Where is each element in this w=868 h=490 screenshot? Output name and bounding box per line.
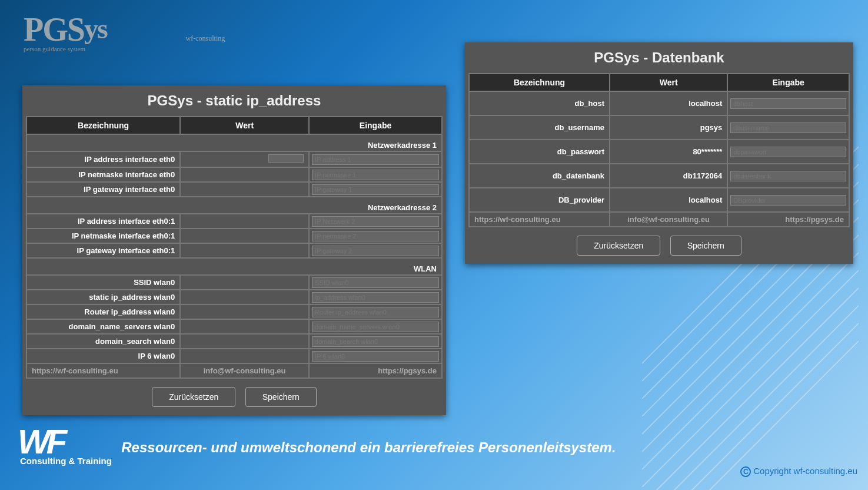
config-label: IP address interface eth0: [26, 151, 180, 167]
footer-link[interactable]: info@wf-consulting.eu: [610, 212, 727, 227]
config-value: localhost: [610, 188, 727, 212]
col-header: Bezeichnung: [26, 117, 180, 134]
config-input[interactable]: [730, 147, 846, 157]
config-label: IP gateway interface eth0: [26, 182, 180, 197]
config-value: localhost: [610, 91, 727, 115]
footer-link[interactable]: https://wf-consulting.eu: [469, 212, 610, 227]
config-input[interactable]: [730, 122, 846, 133]
reset-button[interactable]: Zurücksetzen: [152, 387, 235, 407]
config-value: pgsys: [610, 115, 727, 140]
config-input[interactable]: [312, 307, 439, 317]
config-input[interactable]: [730, 195, 846, 206]
config-input[interactable]: [312, 170, 439, 180]
col-header: Wert: [610, 74, 727, 91]
config-value: [180, 214, 309, 229]
config-label: db_datenbank: [469, 164, 610, 188]
save-button[interactable]: Speichern: [245, 387, 317, 407]
ip-config-table: Bezeichnung Wert Eingabe Netzwerkadresse…: [26, 116, 443, 379]
config-value: [180, 275, 309, 290]
config-value: [180, 243, 309, 258]
config-input[interactable]: [312, 184, 439, 195]
pgsys-logo: PGSys wf-consulting person guidance syst…: [24, 15, 225, 52]
footer-link[interactable]: https://wf-consulting.eu: [26, 363, 180, 378]
config-input[interactable]: [730, 98, 846, 109]
config-value: 80*******: [610, 140, 727, 164]
config-label: DB_provider: [469, 188, 610, 212]
config-label: IP 6 wlan0: [26, 349, 180, 363]
config-label: IP netmaske interface eth0: [26, 167, 180, 182]
reset-button[interactable]: Zurücksetzen: [577, 236, 660, 256]
config-input[interactable]: [312, 336, 439, 347]
config-label: db_passwort: [469, 140, 610, 164]
col-header: Eingabe: [309, 117, 442, 134]
config-value: [180, 151, 309, 167]
config-value: [180, 182, 309, 197]
tagline: Ressourcen- und umweltschonend ein barri…: [121, 439, 616, 456]
config-label: IP netmaske interface eth0:1: [26, 229, 180, 243]
col-header: Eingabe: [727, 74, 849, 91]
config-value: [180, 319, 309, 334]
config-label: db_host: [469, 91, 610, 115]
config-label: domain_search wlan0: [26, 334, 180, 349]
config-label: domain_name_servers wlan0: [26, 319, 180, 334]
footer-link[interactable]: https://pgsys.de: [727, 212, 849, 227]
slide-footer: WF Consulting & Training Ressourcen- und…: [18, 428, 850, 466]
config-input[interactable]: [312, 277, 439, 288]
config-value: [180, 304, 309, 319]
panel-title: PGSys - static ip_address: [26, 89, 443, 116]
config-input[interactable]: [312, 322, 439, 332]
config-value: [180, 334, 309, 349]
panel-title: PGSys - Datenbank: [468, 46, 850, 73]
config-value: [180, 290, 309, 304]
config-input[interactable]: [730, 171, 846, 181]
footer-link[interactable]: https://pgsys.de: [309, 363, 442, 378]
panel-database: PGSys - Datenbank Bezeichnung Wert Einga…: [465, 42, 853, 264]
config-value: [180, 229, 309, 243]
wf-logo: WF Consulting & Training: [18, 428, 112, 466]
config-input[interactable]: [312, 154, 439, 165]
config-label: IP gateway interface eth0:1: [26, 243, 180, 258]
config-label: Router ip_address wlan0: [26, 304, 180, 319]
footer-link[interactable]: info@wf-consulting.eu: [180, 363, 309, 378]
config-value: [180, 167, 309, 182]
config-label: SSID wlan0: [26, 275, 180, 290]
config-input[interactable]: [312, 246, 439, 256]
panel-ip-address: PGSys - static ip_address Bezeichnung We…: [22, 85, 446, 415]
config-label: IP address interface eth0:1: [26, 214, 180, 229]
col-header: Bezeichnung: [469, 74, 610, 91]
save-button[interactable]: Speichern: [670, 236, 741, 256]
config-value: [180, 349, 309, 363]
config-input[interactable]: [312, 216, 439, 227]
copyright: CCopyright wf-consulting.eu: [740, 466, 857, 477]
config-input[interactable]: [312, 292, 439, 303]
section-header: WLAN: [26, 258, 442, 275]
section-header: Netzwerkadresse 2: [26, 197, 442, 214]
config-input[interactable]: [312, 351, 439, 362]
config-label: static ip_address wlan0: [26, 290, 180, 304]
db-config-table: Bezeichnung Wert Eingabe db_hostlocalhos…: [468, 73, 850, 227]
config-input[interactable]: [312, 231, 439, 241]
config-value: db1172064: [610, 164, 727, 188]
section-header: Netzwerkadresse 1: [26, 134, 442, 151]
col-header: Wert: [180, 117, 309, 134]
config-label: db_username: [469, 115, 610, 140]
copyright-icon: C: [740, 466, 751, 477]
